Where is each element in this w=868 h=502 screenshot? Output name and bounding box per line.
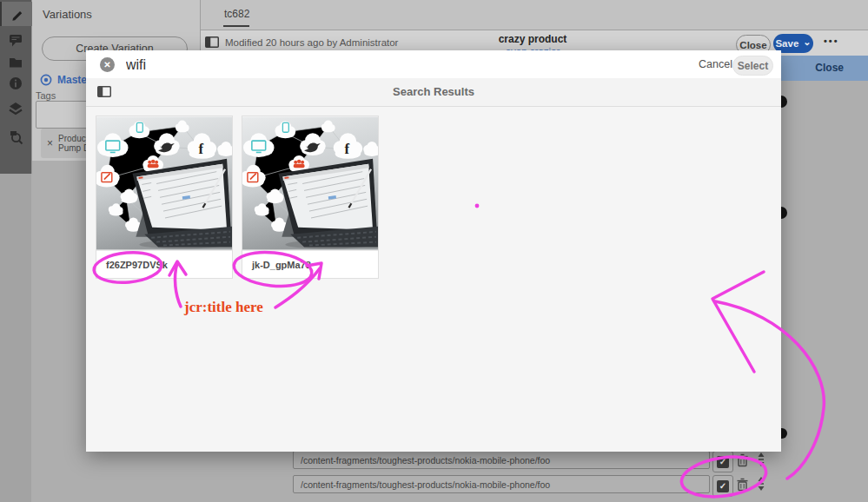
pencil-icon <box>10 7 24 21</box>
edit-icon <box>248 173 258 182</box>
checkbox-button[interactable]: ✓ <box>712 451 733 472</box>
tags-label: Tags <box>36 90 56 101</box>
rail-item-associated-content[interactable] <box>0 125 31 149</box>
clear-search-icon[interactable]: ✕ <box>100 57 115 72</box>
search-doc-icon <box>9 130 23 145</box>
card-thumbnail: f <box>242 116 378 250</box>
rail-item-layers[interactable] <box>0 96 31 121</box>
reorder-icon[interactable] <box>756 476 766 492</box>
delete-icon[interactable] <box>736 452 749 467</box>
more-actions-button[interactable]: ••• <box>824 36 839 46</box>
comment-icon <box>9 33 23 48</box>
card-title: f26ZP97DVSk <box>96 250 232 278</box>
folder-icon <box>9 56 23 69</box>
card-title: jk-D_gpMa78 <box>242 250 378 278</box>
rail-item-info[interactable] <box>0 71 31 96</box>
wifi-cloud-tablet-image: f <box>242 116 378 250</box>
dialog-search-header: ✕ Cancel Select <box>86 50 781 78</box>
variation-item-master[interactable]: Master <box>40 74 91 86</box>
preview-eye-icon <box>40 74 52 86</box>
layers-icon <box>9 102 23 116</box>
tablet <box>132 159 232 249</box>
screenshot: Close Variations Create Variation Master… <box>0 0 868 502</box>
info-icon <box>9 76 23 90</box>
cancel-button[interactable]: Cancel <box>699 58 732 70</box>
fragment-path-input[interactable] <box>293 475 710 493</box>
card-thumbnail: f <box>96 116 232 250</box>
modified-status: Modified 20 hours ago by Administrator <box>225 37 398 48</box>
checkbox-button[interactable]: ✓ <box>712 475 733 497</box>
toolbar-close-button[interactable]: Close <box>815 62 844 74</box>
results-title: Search Results <box>86 85 781 98</box>
reorder-icon[interactable] <box>756 452 766 467</box>
edit-icon <box>102 173 112 182</box>
checkbox-checked-icon: ✓ <box>717 480 729 492</box>
tablet <box>278 159 378 249</box>
chip-remove-icon[interactable]: × <box>47 137 53 149</box>
wifi-cloud-tablet-image: f <box>96 116 232 250</box>
rail-item-edit[interactable] <box>0 2 33 26</box>
chevron-down-icon: ⌄ <box>803 36 811 48</box>
checkbox-checked-icon: ✓ <box>717 456 729 468</box>
tab-tc682[interactable]: tc682 <box>224 8 249 20</box>
search-input[interactable] <box>124 54 475 76</box>
asset-picker-dialog: ✕ Cancel Select Search Results <box>86 50 781 452</box>
fragment-title: crazy product <box>480 33 585 45</box>
results-toolbar: Search Results <box>86 78 781 107</box>
fragment-path-input[interactable] <box>293 451 710 469</box>
side-rail-dimmed <box>0 174 31 502</box>
delete-icon[interactable] <box>736 477 749 492</box>
save-label: Save <box>775 38 798 49</box>
result-card[interactable]: f f26ZP97DVSk <box>96 116 233 279</box>
panel-title: Variations <box>43 8 92 21</box>
result-card[interactable]: f jk-D_gpMa78 <box>242 116 379 279</box>
content-tree-icon[interactable] <box>205 36 219 48</box>
facebook-icon: f <box>344 141 349 157</box>
facebook-icon: f <box>198 141 203 157</box>
rail-item-annotate[interactable] <box>0 28 31 52</box>
select-button[interactable]: Select <box>732 56 773 76</box>
tab-active-underline <box>223 25 249 27</box>
